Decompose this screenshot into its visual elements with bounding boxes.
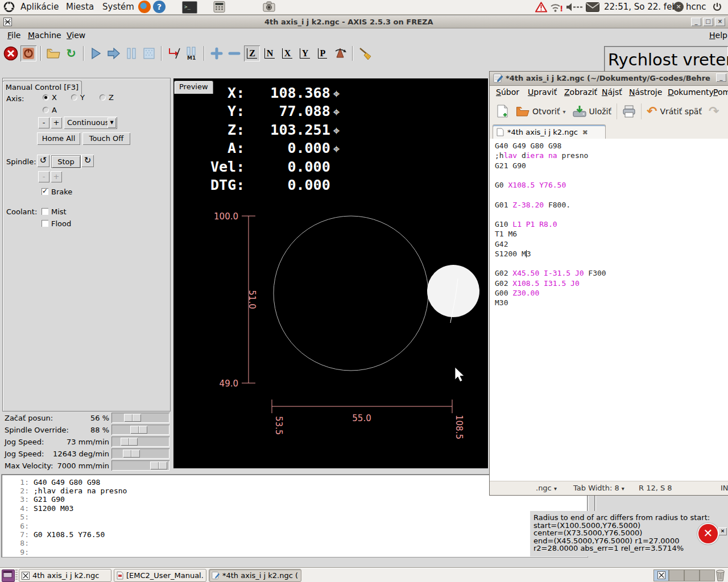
axis-radio-a[interactable] <box>43 107 49 113</box>
view-z2-icon[interactable]: N <box>262 45 278 61</box>
applications-menu[interactable]: Aplikácie <box>16 0 63 14</box>
axis-titlebar[interactable]: 4th axis_i j k2.ngc - AXIS 2.5.3 on FREZ… <box>0 16 728 28</box>
gedit-code-line[interactable]: G00 Z30.00 <box>495 288 539 298</box>
gedit-code-line[interactable]: G0 X108.5 Y76.50 <box>495 180 566 190</box>
gcode-line[interactable]: 1:G40 G49 G80 G98 <box>6 478 100 487</box>
gcode-line[interactable]: 5: <box>6 513 34 521</box>
gedit-code-line[interactable]: G42 <box>495 239 508 249</box>
gcode-line[interactable]: 2:;hlav diera na presno <box>6 487 127 495</box>
gedit-code-line[interactable]: ;hlav diera na presno <box>495 151 588 160</box>
redo-button[interactable]: ↷ <box>705 102 722 120</box>
workspace-2[interactable] <box>669 569 684 581</box>
slider-track[interactable] <box>111 448 169 459</box>
machine-power-icon[interactable] <box>20 45 36 61</box>
maximize-button[interactable]: □ <box>703 18 713 26</box>
taskbar-handle[interactable] <box>15 569 18 581</box>
slider-handle[interactable] <box>123 450 140 458</box>
warning-indicator-icon[interactable] <box>535 2 547 13</box>
spindle-minus-button[interactable]: - <box>38 171 49 182</box>
gedit-code-line[interactable]: G21 G90 <box>495 161 526 171</box>
task-button-3[interactable]: *4th axis_i j k2.ngc (... <box>209 569 301 582</box>
gedit-code-line[interactable]: G40 G49 G80 G98 <box>495 141 561 151</box>
gedit-code-line[interactable]: M30 <box>495 298 508 307</box>
mail-indicator-icon[interactable] <box>586 2 599 12</box>
gedit-menu-file[interactable]: Súbor <box>491 85 524 99</box>
zoom-out-icon[interactable] <box>226 45 242 61</box>
axis-radio-x[interactable] <box>43 94 49 101</box>
screenshot-camera-icon[interactable] <box>263 1 275 13</box>
view-y-icon[interactable]: Y <box>297 45 313 61</box>
open-button[interactable]: Otvoriť ▾ <box>512 102 569 120</box>
trash-icon[interactable] <box>714 569 726 581</box>
workspace-1[interactable] <box>653 569 669 581</box>
volume-muted-icon[interactable] <box>566 3 583 11</box>
gedit-titlebar[interactable]: *4th axis_i j k2.ngc (~/Dokumenty/G-code… <box>490 72 728 86</box>
pause-icon[interactable] <box>123 45 139 61</box>
gedit-code-line[interactable]: G02 X45.50 I-31.5 J0 F300 <box>495 268 606 278</box>
gcode-line[interactable]: 8: <box>6 539 34 547</box>
reload-icon[interactable]: ↻ <box>63 45 79 61</box>
minimize-button[interactable]: _ <box>691 18 701 26</box>
gedit-text-area[interactable]: G40 G49 G80 G98;hlav diera na presnoG21 … <box>490 139 728 481</box>
gedit-code-line[interactable]: G01 Z-38.20 F800. <box>495 200 570 210</box>
slider-handle[interactable] <box>150 462 167 469</box>
menu-help[interactable]: Help <box>704 28 728 42</box>
jog-mode-select[interactable]: Continuous ▼ <box>64 117 117 129</box>
tab-close-icon[interactable]: ✖ <box>582 128 588 136</box>
workspace-4[interactable] <box>700 569 715 581</box>
gcode-line[interactable]: 4:S1200 M03 <box>6 504 73 513</box>
spindle-plus-button[interactable]: + <box>51 171 62 182</box>
panel-clock[interactable]: 22:51, So 22. feb <box>604 2 677 12</box>
menu-view[interactable]: View <box>61 28 90 42</box>
flood-checkbox[interactable] <box>42 220 48 227</box>
run-icon[interactable] <box>88 45 104 61</box>
tab-manual-control[interactable]: Manual Control [F3] <box>2 81 82 94</box>
slider-handle[interactable] <box>124 414 141 422</box>
panel-username[interactable]: hcnc <box>686 2 706 12</box>
print-button[interactable] <box>619 102 639 120</box>
task-button-2[interactable]: [EMC2_User_Manual.... <box>114 569 206 582</box>
touch-off-button[interactable]: Touch Off <box>82 132 130 145</box>
step-icon[interactable] <box>106 45 122 61</box>
places-menu[interactable]: Miesta <box>61 0 98 14</box>
tab-preview[interactable]: Preview <box>174 81 213 94</box>
slider-handle[interactable] <box>130 426 147 434</box>
network-wifi-icon[interactable]: ! <box>550 2 563 13</box>
firefox-icon[interactable] <box>138 1 151 13</box>
save-button[interactable]: Uložiť <box>569 102 615 120</box>
jog-plus-button[interactable]: + <box>51 117 62 128</box>
power-icon[interactable] <box>712 2 722 12</box>
gcode-line[interactable]: 6: <box>6 522 34 530</box>
session-user-icon[interactable]: × <box>673 2 684 12</box>
gcode-line[interactable]: 7:G0 X108.5 Y76.50 <box>6 530 105 539</box>
open-file-icon[interactable] <box>46 45 61 61</box>
show-desktop-icon[interactable] <box>2 569 15 582</box>
gedit-code-line[interactable]: G02 X108.5 I31.5 J0 <box>495 278 580 288</box>
view-p-icon[interactable]: P <box>315 45 330 61</box>
gedit-code-line[interactable]: G10 L1 P1 R8.0 <box>495 219 557 229</box>
brake-checkbox[interactable]: ✓ <box>42 188 48 195</box>
jog-minus-button[interactable]: - <box>38 117 49 128</box>
estop-icon[interactable] <box>3 45 19 61</box>
help-icon[interactable]: ? <box>153 1 166 13</box>
gcode-line[interactable]: 3:G21 G90 <box>6 495 65 504</box>
undo-button[interactable]: ↶ Vrátiť späť <box>643 102 705 120</box>
calculator-icon[interactable] <box>213 1 225 13</box>
axis-radio-y[interactable] <box>71 94 77 101</box>
system-menu[interactable]: Systém <box>98 0 139 14</box>
gedit-menu-search[interactable]: Nájsť <box>597 85 627 99</box>
gedit-code-line[interactable]: S1200 M3 <box>495 249 531 259</box>
gedit-code-line[interactable]: T1 M6 <box>495 229 517 239</box>
rotate-view-icon[interactable] <box>332 45 348 61</box>
stop-icon[interactable] <box>141 45 157 61</box>
new-document-button[interactable] <box>493 102 512 120</box>
distro-logo-icon[interactable] <box>3 1 15 13</box>
spindle-cw-icon[interactable]: ↻ <box>81 155 94 167</box>
gedit-document-tab[interactable]: *4th axis_i j k2.ngc ✖ <box>493 124 606 139</box>
view-z-icon[interactable]: Z <box>244 45 260 61</box>
error-close-icon[interactable]: × <box>718 527 727 535</box>
clear-plot-broom-icon[interactable] <box>357 45 373 61</box>
slider-handle[interactable] <box>121 438 138 446</box>
gedit-minimize-button[interactable]: _ <box>716 73 726 82</box>
zoom-in-icon[interactable] <box>209 45 225 61</box>
